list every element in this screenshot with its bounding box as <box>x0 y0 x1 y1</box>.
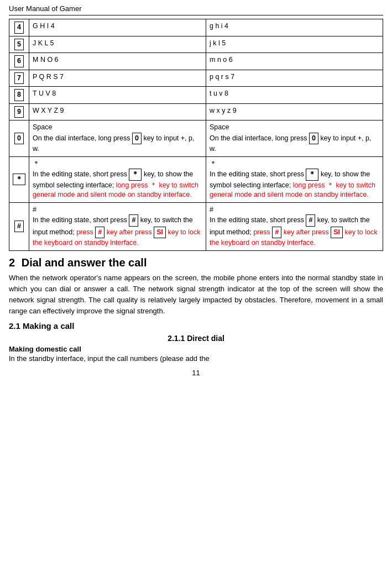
table-row: 5 J K L 5 j k l 5 <box>9 36 383 53</box>
key-cell-4: 4 <box>9 19 29 36</box>
upper-desc-0: Space On the dial interface, long press … <box>29 120 206 157</box>
key-inline-0-lower: 0 <box>309 133 318 145</box>
key-cell-6: 6 <box>9 53 29 70</box>
table-row: 9 W X Y Z 9 w x y z 9 <box>9 103 383 120</box>
table-row: 8 T U V 8 t u v 8 <box>9 87 383 104</box>
section-21-heading: 2.1 Making a call <box>9 321 383 331</box>
key-cell-7: 7 <box>9 70 29 87</box>
upper-desc-4: G H I 4 <box>29 19 206 36</box>
lower-desc-star: ＊ In the editing state, short press ＊ ke… <box>206 156 383 202</box>
key-cell-star: ＊ <box>9 156 29 202</box>
key-box-8: 8 <box>14 89 24 101</box>
key-cell-9: 9 <box>9 103 29 120</box>
making-domestic-body: In the standby interface, input the call… <box>9 353 383 364</box>
table-row-hash: # # In the editing state, short press # … <box>9 202 383 250</box>
table-row: 6 M N O 6 m n o 6 <box>9 53 383 70</box>
section-21-title: Making a call <box>23 321 74 331</box>
key-box-star: ＊ <box>13 174 25 186</box>
lower-desc-5: j k l 5 <box>206 36 383 53</box>
page-number: 11 <box>9 369 383 377</box>
key-inline-star-lower: ＊ <box>306 169 318 181</box>
key-inline-star-upper: ＊ <box>129 169 142 181</box>
section-211-title: Direct dial <box>187 334 224 343</box>
page-header: User Manual of Gamer <box>9 4 383 15</box>
table-row-0: 0 Space On the dial interface, long pres… <box>9 120 383 157</box>
key-box-4: 4 <box>14 22 24 34</box>
key-inline-hash-lower: # <box>306 214 315 227</box>
upper-desc-6: M N O 6 <box>29 53 206 70</box>
lower-desc-hash: # In the editing state, short press # ke… <box>206 202 383 250</box>
key-cell-hash: # <box>9 202 29 250</box>
key-SI-lower: SI <box>331 227 343 239</box>
key-table: 4 G H I 4 g h i 4 5 J K L 5 j k l 5 6 M … <box>9 19 383 251</box>
key-cell-5: 5 <box>9 36 29 53</box>
header-title: User Manual of Gamer <box>9 4 82 13</box>
section-2-body: When the network operator's name appears… <box>9 272 383 317</box>
red-text-star-upper: long press ＊ key to switch general mode … <box>33 181 198 199</box>
lower-desc-8: t u v 8 <box>206 87 383 104</box>
upper-desc-7: P Q R S 7 <box>29 70 206 87</box>
key-box-hash: # <box>14 221 24 233</box>
upper-desc-hash: # In the editing state, short press # ke… <box>29 202 206 250</box>
section-211-heading: 2.1.1 Direct dial <box>9 334 383 343</box>
lower-desc-7: p q r s 7 <box>206 70 383 87</box>
key-box-6: 6 <box>14 55 24 67</box>
lower-desc-6: m n o 6 <box>206 53 383 70</box>
key-cell-0: 0 <box>9 120 29 157</box>
lower-desc-0: Space On the dial interface, long press … <box>206 120 383 157</box>
key-inline-hash-upper: # <box>129 214 138 227</box>
upper-desc-8: T U V 8 <box>29 87 206 104</box>
key-hash-inline-l2: # <box>272 227 281 239</box>
key-box-5: 5 <box>14 39 24 51</box>
table-row-star: ＊ ＊ In the editing state, short press ＊ … <box>9 156 383 202</box>
red-text-hash-lower: press # key after press SI key to lock t… <box>210 228 378 247</box>
key-hash-inline-u2: # <box>95 227 104 239</box>
upper-desc-5: J K L 5 <box>29 36 206 53</box>
section-2-heading: 2 Dial and answer the call <box>9 256 383 269</box>
key-SI-upper: SI <box>154 227 166 239</box>
section-211-number: 2.1.1 <box>168 334 185 343</box>
key-box-9: 9 <box>14 106 24 118</box>
key-inline-0-upper: 0 <box>132 133 142 145</box>
upper-desc-star: ＊ In the editing state, short press ＊ ke… <box>29 156 206 202</box>
key-cell-8: 8 <box>9 87 29 104</box>
making-domestic-label: Making domestic call <box>9 345 383 353</box>
section-21-number: 2.1 <box>9 321 20 331</box>
table-row: 7 P Q R S 7 p q r s 7 <box>9 70 383 87</box>
section-2-title: Dial and answer the call <box>22 256 147 269</box>
red-text-star-lower: long press ＊ key to switch general mode … <box>210 181 375 199</box>
section-2-number: 2 <box>9 256 15 269</box>
key-box-7: 7 <box>14 72 24 85</box>
table-row: 4 G H I 4 g h i 4 <box>9 19 383 36</box>
lower-desc-9: w x y z 9 <box>206 103 383 120</box>
lower-desc-4: g h i 4 <box>206 19 383 36</box>
upper-desc-9: W X Y Z 9 <box>29 103 206 120</box>
red-text-hash-upper: press # key after press SI key to lock t… <box>33 228 201 247</box>
key-box-0: 0 <box>14 133 24 145</box>
